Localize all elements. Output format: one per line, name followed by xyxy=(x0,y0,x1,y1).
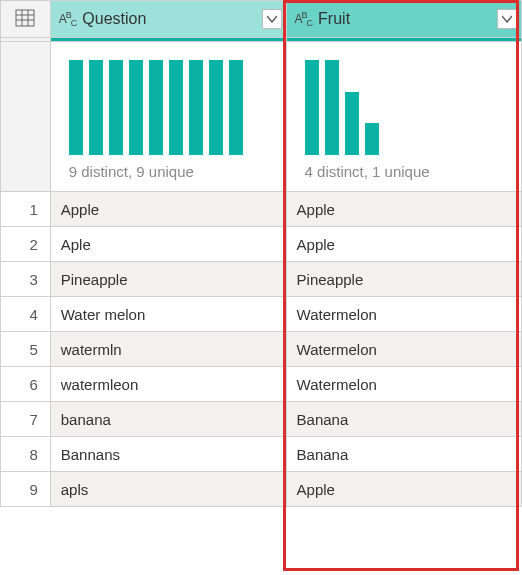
bar xyxy=(149,60,163,155)
profile-summary: 9 distinct, 9 unique xyxy=(69,163,268,180)
table-row[interactable]: 8BannansBanana xyxy=(1,437,522,472)
text-type-icon: ABC xyxy=(295,10,313,28)
cell-question[interactable]: Pineapple xyxy=(50,262,286,297)
column-name: Fruit xyxy=(318,10,491,28)
row-number: 1 xyxy=(1,192,51,227)
table-row[interactable]: 3PineapplePineapple xyxy=(1,262,522,297)
cell-fruit[interactable]: Banana xyxy=(286,437,521,472)
filter-dropdown-button[interactable] xyxy=(497,9,517,29)
cell-question[interactable]: watermln xyxy=(50,332,286,367)
bar xyxy=(345,92,359,155)
bar xyxy=(189,60,203,155)
table-row[interactable]: 5watermlnWatermelon xyxy=(1,332,522,367)
cell-question[interactable]: apls xyxy=(50,472,286,507)
column-name: Question xyxy=(82,10,255,28)
data-table[interactable]: ABC Question ABC Fruit xyxy=(0,0,522,507)
table-row[interactable]: 2ApleApple xyxy=(1,227,522,262)
table-row[interactable]: 1AppleApple xyxy=(1,192,522,227)
cell-fruit[interactable]: Apple xyxy=(286,227,521,262)
bar xyxy=(89,60,103,155)
cell-fruit[interactable]: Pineapple xyxy=(286,262,521,297)
row-number: 8 xyxy=(1,437,51,472)
row-number: 7 xyxy=(1,402,51,437)
distribution-bars xyxy=(69,60,268,155)
table-icon xyxy=(15,9,35,30)
cell-fruit[interactable]: Apple xyxy=(286,472,521,507)
cell-question[interactable]: Water melon xyxy=(50,297,286,332)
cell-question[interactable]: Bannans xyxy=(50,437,286,472)
row-number: 9 xyxy=(1,472,51,507)
cell-fruit[interactable]: Banana xyxy=(286,402,521,437)
cell-question[interactable]: watermleon xyxy=(50,367,286,402)
bar xyxy=(365,123,379,155)
bar xyxy=(305,60,319,155)
text-type-icon: ABC xyxy=(59,10,77,28)
cell-fruit[interactable]: Apple xyxy=(286,192,521,227)
profile-summary: 4 distinct, 1 unique xyxy=(305,163,503,180)
row-number: 3 xyxy=(1,262,51,297)
cell-question[interactable]: Apple xyxy=(50,192,286,227)
bar xyxy=(325,60,339,155)
svg-rect-0 xyxy=(16,10,34,26)
column-header-fruit[interactable]: ABC Fruit xyxy=(286,1,521,38)
filter-dropdown-button[interactable] xyxy=(262,9,282,29)
chevron-down-icon xyxy=(267,15,277,23)
chevron-down-icon xyxy=(502,15,512,23)
cell-fruit[interactable]: Watermelon xyxy=(286,297,521,332)
row-number: 5 xyxy=(1,332,51,367)
column-profile-fruit[interactable]: 4 distinct, 1 unique xyxy=(286,42,521,192)
bar xyxy=(229,60,243,155)
column-header-question[interactable]: ABC Question xyxy=(50,1,286,38)
cell-question[interactable]: banana xyxy=(50,402,286,437)
bar xyxy=(169,60,183,155)
bar xyxy=(209,60,223,155)
bar xyxy=(129,60,143,155)
cell-fruit[interactable]: Watermelon xyxy=(286,332,521,367)
row-number: 4 xyxy=(1,297,51,332)
table-row[interactable]: 7bananaBanana xyxy=(1,402,522,437)
table-corner[interactable] xyxy=(1,1,51,38)
row-number: 2 xyxy=(1,227,51,262)
table-row[interactable]: 4Water melonWatermelon xyxy=(1,297,522,332)
bar xyxy=(69,60,83,155)
table-row[interactable]: 6watermleonWatermelon xyxy=(1,367,522,402)
cell-question[interactable]: Aple xyxy=(50,227,286,262)
profile-gutter xyxy=(1,42,51,192)
bar xyxy=(109,60,123,155)
column-profile-question[interactable]: 9 distinct, 9 unique xyxy=(50,42,286,192)
distribution-bars xyxy=(305,60,503,155)
table-row[interactable]: 9aplsApple xyxy=(1,472,522,507)
cell-fruit[interactable]: Watermelon xyxy=(286,367,521,402)
row-number: 6 xyxy=(1,367,51,402)
